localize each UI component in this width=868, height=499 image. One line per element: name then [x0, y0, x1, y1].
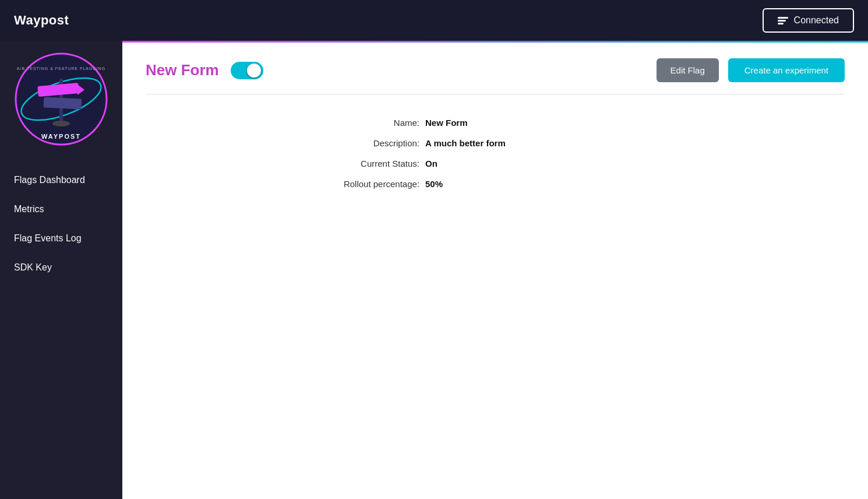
- flag-title-row: New Form: [146, 61, 263, 79]
- status-value: On: [425, 159, 437, 168]
- navbar-brand: Waypost: [14, 13, 69, 28]
- logo-container: WAYPOST A/B TESTING & FEATURE FLAGGING: [15, 52, 108, 148]
- description-label: Description:: [291, 138, 419, 148]
- sidebar-item-sdk-key[interactable]: SDK Key: [0, 253, 122, 282]
- flag-details: Name: New Form Description: A much bette…: [291, 112, 699, 189]
- sidebar: WAYPOST A/B TESTING & FEATURE FLAGGING F…: [0, 41, 122, 499]
- waypost-logo: WAYPOST A/B TESTING & FEATURE FLAGGING: [15, 52, 108, 146]
- connected-button[interactable]: Connected: [763, 8, 854, 33]
- toggle-wrapper[interactable]: [231, 62, 263, 79]
- navbar: Waypost Connected: [0, 0, 868, 41]
- layout: WAYPOST A/B TESTING & FEATURE FLAGGING F…: [0, 41, 868, 499]
- create-experiment-button[interactable]: Create an experiment: [728, 58, 845, 82]
- svg-rect-4: [44, 97, 82, 109]
- sidebar-nav: Flags Dashboard Metrics Flag Events Log …: [0, 166, 122, 282]
- main-content: New Form Edit Flag Create an experiment …: [122, 41, 868, 499]
- flag-toggle-label[interactable]: [231, 62, 263, 79]
- name-label: Name:: [291, 118, 419, 128]
- edit-flag-button[interactable]: Edit Flag: [657, 58, 719, 82]
- svg-point-6: [52, 121, 70, 126]
- rollout-label: Rollout percentage:: [291, 179, 419, 189]
- description-value: A much better form: [425, 138, 506, 148]
- svg-text:WAYPOST: WAYPOST: [41, 133, 81, 140]
- detail-row-description: Description: A much better form: [291, 138, 699, 148]
- divider: [146, 94, 845, 94]
- sidebar-item-metrics[interactable]: Metrics: [0, 195, 122, 224]
- accent-bar: [122, 41, 868, 43]
- status-label: Current Status:: [291, 159, 419, 168]
- detail-row-status: Current Status: On: [291, 159, 699, 168]
- detail-row-name: Name: New Form: [291, 118, 699, 128]
- connected-label: Connected: [794, 15, 839, 26]
- flag-header: New Form Edit Flag Create an experiment: [146, 58, 845, 82]
- rollout-value: 50%: [425, 179, 443, 189]
- sidebar-item-flag-events-log[interactable]: Flag Events Log: [0, 224, 122, 253]
- flag-title: New Form: [146, 61, 219, 79]
- sidebar-item-flags-dashboard[interactable]: Flags Dashboard: [0, 166, 122, 195]
- stack-icon: [778, 17, 788, 24]
- name-value: New Form: [425, 118, 468, 128]
- header-buttons: Edit Flag Create an experiment: [657, 58, 845, 82]
- svg-text:A/B TESTING & FEATURE FLAGGING: A/B TESTING & FEATURE FLAGGING: [17, 66, 105, 71]
- detail-row-rollout: Rollout percentage: 50%: [291, 179, 699, 189]
